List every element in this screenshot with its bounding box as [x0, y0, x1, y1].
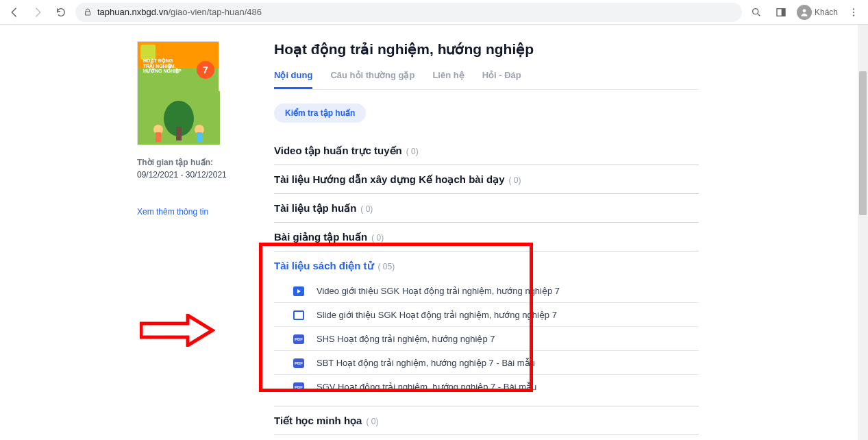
svg-point-0	[753, 8, 758, 14]
forward-button[interactable]	[29, 3, 47, 21]
ebook-item[interactable]: Video giới thiệu SGK Hoạt động trải nghi…	[274, 279, 699, 302]
panel-icon[interactable]	[772, 3, 790, 21]
svg-rect-9	[176, 127, 182, 140]
video-icon	[293, 286, 304, 296]
more-info-link[interactable]: Xem thêm thông tin	[137, 207, 247, 217]
section-lectures[interactable]: Bài giảng tập huấn( 0)	[274, 223, 699, 252]
tab-faq[interactable]: Câu hỏi thường gặp	[330, 70, 414, 89]
item-label: Slide giới thiệu SGK Hoạt động trải nghi…	[317, 310, 557, 320]
svg-point-5	[853, 11, 854, 12]
page-title: Hoạt động trải nghiệm, hướng nghiệp	[274, 41, 699, 58]
section-demo-lessons[interactable]: Tiết học minh họa( 0)	[274, 406, 699, 435]
svg-rect-13	[197, 132, 202, 142]
cover-illustration	[138, 91, 220, 145]
item-label: Video giới thiệu SGK Hoạt động trải nghi…	[317, 286, 560, 296]
ebook-item[interactable]: PDF SBT Hoạt động trải nghiệm, hướng ngh…	[274, 350, 699, 374]
browser-toolbar: taphuan.nxbgd.vn/giao-vien/tap-huan/486 …	[0, 0, 868, 25]
section-video-training[interactable]: Video tập huấn trực tuyến( 0)	[274, 136, 699, 165]
check-training-button[interactable]: Kiểm tra tập huấn	[274, 103, 366, 123]
lock-icon	[84, 8, 92, 16]
scrollbar-track[interactable]	[858, 25, 868, 440]
tab-noi-dung[interactable]: Nội dung	[274, 70, 312, 89]
profile-button[interactable]: Khách	[797, 5, 838, 20]
menu-icon[interactable]	[845, 3, 863, 21]
pdf-icon: PDF	[293, 382, 304, 392]
main-content: Hoạt động trải nghiệm, hướng nghiệp Nội …	[274, 41, 699, 435]
section-ebooks[interactable]: Tài liệu sách điện tử( 05) Video giới th…	[274, 252, 699, 406]
section-lesson-plan-docs[interactable]: Tài liệu Hướng dẫn xây dựng Kế hoạch bài…	[274, 165, 699, 194]
ebook-item[interactable]: Slide giới thiệu SGK Hoạt động trải nghi…	[274, 302, 699, 326]
ebook-item[interactable]: PDF SGV Hoạt động trải nghiệm, hướng ngh…	[274, 374, 699, 398]
item-label: SGV Hoạt động trải nghiệm, hướng nghiệp …	[317, 382, 536, 392]
slide-icon	[293, 310, 304, 320]
section-training-docs[interactable]: Tài liệu tập huấn( 0)	[274, 194, 699, 223]
profile-label: Khách	[815, 8, 838, 17]
url-text: taphuan.nxbgd.vn/giao-vien/tap-huan/486	[97, 7, 262, 17]
svg-point-4	[853, 8, 854, 10]
tab-hoi-dap[interactable]: Hỏi - Đáp	[482, 70, 521, 89]
pdf-icon: PDF	[293, 334, 304, 344]
item-label: SHS Hoạt động trải nghiệm, hướng nghiệp …	[317, 334, 495, 344]
grade-badge: 7	[197, 61, 214, 79]
reload-button[interactable]	[52, 3, 70, 21]
scrollbar-thumb[interactable]	[859, 71, 867, 215]
item-label: SBT Hoạt động trải nghiệm, hướng nghiệp …	[317, 358, 535, 368]
tabs: Nội dung Câu hỏi thường gặp Liên hệ Hỏi …	[274, 70, 699, 90]
svg-rect-2	[782, 8, 785, 16]
address-bar[interactable]: taphuan.nxbgd.vn/giao-vien/tap-huan/486	[75, 3, 742, 22]
back-button[interactable]	[5, 3, 23, 21]
book-cover[interactable]: HOẠT ĐỘNG TRẢI NGHIỆM, HƯỚNG NGHIỆP 7	[137, 41, 219, 145]
svg-rect-11	[156, 132, 161, 142]
training-time-value: 09/12/2021 - 30/12/2021	[137, 170, 247, 180]
training-time-label: Thời gian tập huấn:	[137, 158, 247, 167]
zoom-icon[interactable]	[747, 3, 765, 21]
tab-lien-he[interactable]: Liên hệ	[432, 70, 464, 89]
pdf-icon: PDF	[293, 358, 304, 368]
avatar-icon	[797, 5, 812, 20]
sidebar: HOẠT ĐỘNG TRẢI NGHIỆM, HƯỚNG NGHIỆP 7 Th…	[137, 41, 247, 435]
ebook-item[interactable]: PDF SHS Hoạt động trải nghiệm, hướng ngh…	[274, 326, 699, 350]
svg-point-6	[853, 14, 854, 16]
svg-point-3	[803, 9, 806, 12]
